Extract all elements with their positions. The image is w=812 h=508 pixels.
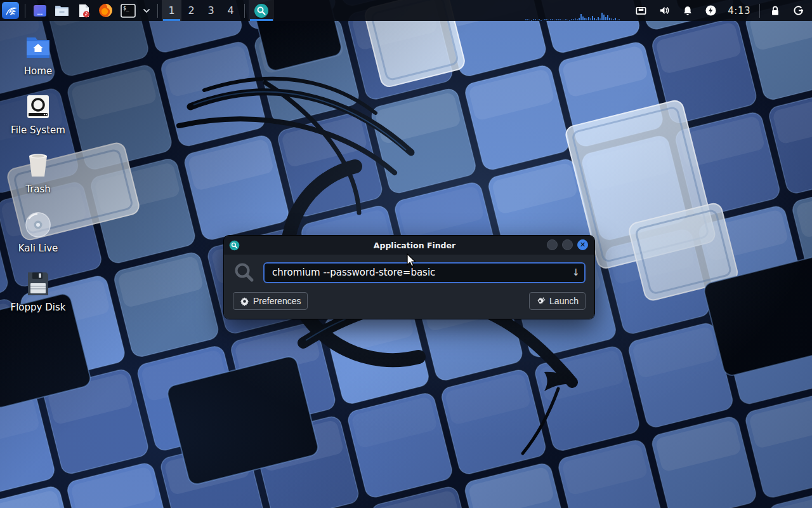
network-monitor-graph[interactable] xyxy=(525,0,620,21)
svg-text:$_: $_ xyxy=(123,6,129,11)
kali-menu-button[interactable] xyxy=(0,0,21,21)
workspace-2-label: 2 xyxy=(188,4,194,17)
desktop-icon-label: Home xyxy=(24,65,52,77)
workspace-4-label: 4 xyxy=(227,4,233,17)
notifications-tray-button[interactable] xyxy=(682,5,693,17)
top-panel: $_ 1 2 3 4 xyxy=(0,0,812,21)
firefox-launcher[interactable] xyxy=(95,0,117,21)
power-manager-icon xyxy=(705,4,717,17)
launch-label: Launch xyxy=(549,296,579,306)
panel-separator xyxy=(25,4,25,18)
workspace-active-underline xyxy=(163,19,180,21)
desktop-icon-floppy-disk[interactable]: Floppy Disk xyxy=(6,269,70,313)
taskbar-application-finder-button[interactable] xyxy=(249,0,274,21)
desktop-icon-file-system[interactable]: File System xyxy=(6,92,70,136)
terminal-launcher[interactable]: $_ xyxy=(117,0,140,21)
network-tray-button[interactable] xyxy=(635,4,647,17)
desktop-icon-label: Floppy Disk xyxy=(11,302,66,313)
terminal-dropdown-button[interactable] xyxy=(140,0,154,21)
taskbar-active-underline xyxy=(250,19,273,21)
logout-button[interactable] xyxy=(792,4,804,17)
terminal-icon: $_ xyxy=(120,3,136,19)
chevron-down-icon xyxy=(143,7,150,15)
panel-clock[interactable]: 4:13 xyxy=(728,5,750,17)
desktop-icon-label: Kali Live xyxy=(18,243,58,254)
desktop-icon-label: Trash xyxy=(25,184,51,195)
power-manager-tray-button[interactable] xyxy=(705,4,717,17)
hard-drive-icon xyxy=(25,92,51,121)
workspace-3-button[interactable]: 3 xyxy=(201,0,221,21)
kali-logo-icon xyxy=(2,2,19,19)
window-app-icon xyxy=(229,240,240,251)
search-icon xyxy=(233,261,256,284)
bell-icon xyxy=(682,5,693,17)
folder-icon xyxy=(54,3,70,18)
panel-separator xyxy=(157,4,158,18)
show-desktop-launcher[interactable] xyxy=(29,0,51,21)
show-desktop-icon xyxy=(32,3,48,18)
workspace-2-button[interactable]: 2 xyxy=(181,0,201,21)
trash-icon xyxy=(25,151,51,180)
application-finder-window: Application Finder ✕ ↓ Prefer xyxy=(223,235,595,319)
lock-icon xyxy=(769,5,781,17)
minimize-button[interactable] xyxy=(547,239,558,250)
window-titlebar[interactable]: Application Finder ✕ xyxy=(224,236,594,255)
panel-separator xyxy=(759,4,760,18)
floppy-disk-icon xyxy=(25,269,51,298)
panel-separator xyxy=(244,4,245,18)
gear-icon xyxy=(240,297,249,306)
network-icon xyxy=(635,4,647,17)
optical-disc-icon xyxy=(24,210,52,239)
desktop-icon-list: Home File System Trash xyxy=(6,33,70,328)
firefox-icon xyxy=(98,3,114,18)
desktop-icon-kali-live[interactable]: Kali Live xyxy=(6,210,70,254)
desktop-icon-trash[interactable]: Trash xyxy=(6,151,70,195)
command-input[interactable] xyxy=(263,262,586,283)
preferences-button[interactable]: Preferences xyxy=(233,292,308,310)
app-finder-icon xyxy=(254,3,269,18)
workspace-3-label: 3 xyxy=(207,4,214,17)
window-title: Application Finder xyxy=(240,241,589,250)
launch-button[interactable]: Launch xyxy=(529,292,586,310)
launch-gear-icon xyxy=(536,297,546,306)
file-manager-launcher[interactable] xyxy=(51,0,73,21)
preferences-label: Preferences xyxy=(253,296,301,306)
workspace-1-button[interactable]: 1 xyxy=(162,0,181,21)
volume-tray-button[interactable] xyxy=(658,4,671,17)
maximize-button[interactable] xyxy=(562,239,573,250)
dialog-body: ↓ Preferences Launch xyxy=(224,255,594,319)
text-editor-icon xyxy=(76,3,91,18)
lock-screen-button[interactable] xyxy=(769,5,781,17)
logout-icon xyxy=(792,4,804,17)
volume-icon xyxy=(658,4,671,17)
workspace-1-label: 1 xyxy=(168,4,174,17)
text-editor-launcher[interactable] xyxy=(73,0,95,21)
desktop-icon-label: File System xyxy=(11,124,65,136)
desktop-icon-home[interactable]: Home xyxy=(6,33,70,77)
close-button[interactable]: ✕ xyxy=(577,239,588,250)
workspace-4-button[interactable]: 4 xyxy=(221,0,240,21)
home-folder-icon xyxy=(24,33,52,62)
